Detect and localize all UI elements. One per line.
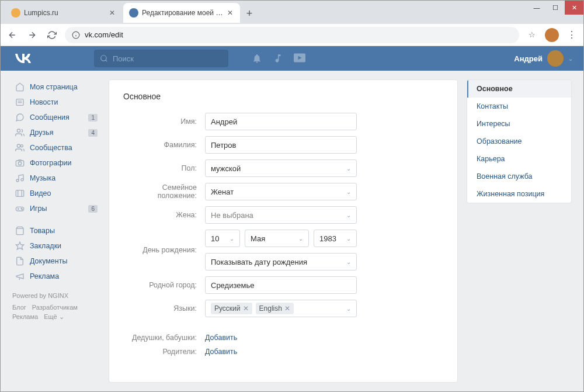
- maximize-button[interactable]: ☐: [546, 1, 565, 15]
- add-grandparents-link[interactable]: Добавить: [205, 334, 237, 342]
- sidebar-item-ads[interactable]: Реклама: [12, 269, 100, 284]
- sidebar-item-photos[interactable]: Фотографии: [12, 155, 100, 171]
- row-languages: Языки: Русский✕ English✕ ⌄: [123, 300, 443, 317]
- sidebar-item-friends[interactable]: Друзья4: [12, 125, 100, 140]
- sidebar-item-news[interactable]: Новости: [12, 95, 100, 110]
- search-input[interactable]: Поиск: [94, 50, 228, 67]
- profile-avatar[interactable]: [545, 28, 559, 42]
- tab-military[interactable]: Военная служба: [467, 168, 571, 185]
- user-menu[interactable]: Андрей ⌄: [514, 50, 583, 67]
- badge: 1: [88, 114, 98, 122]
- add-parents-link[interactable]: Добавить: [205, 348, 237, 356]
- sidebar-item-market[interactable]: Товары: [12, 223, 100, 238]
- row-parents: Родители: Добавить: [123, 348, 443, 356]
- bd-day-select[interactable]: 10⌄: [205, 230, 240, 247]
- favicon-icon: [129, 8, 138, 18]
- sidebar-item-video[interactable]: Видео: [12, 186, 100, 201]
- tab-title: Lumpics.ru: [24, 9, 108, 17]
- search-placeholder: Поиск: [113, 54, 134, 63]
- sidebar-item-groups[interactable]: Сообщества: [12, 140, 100, 155]
- footer-link-ads[interactable]: Реклама: [12, 313, 38, 321]
- browser-tab-vk[interactable]: Редактирование моей страниц ✕: [123, 3, 240, 23]
- new-tab-button[interactable]: +: [241, 3, 258, 24]
- tab-education[interactable]: Образование: [467, 133, 571, 150]
- sidebar-item-label: Документы: [30, 257, 67, 265]
- tab-general[interactable]: Основное: [467, 80, 571, 98]
- close-icon[interactable]: ✕: [108, 9, 116, 17]
- browser-tab-lumpics[interactable]: Lumpics.ru ✕: [5, 3, 122, 23]
- sidebar-item-music[interactable]: Музыка: [12, 171, 100, 186]
- tab-position[interactable]: Жизненная позиция: [467, 185, 571, 203]
- settings-nav: Основное Контакты Интересы Образование К…: [467, 79, 572, 203]
- bookmark-button[interactable]: ☆: [525, 28, 539, 42]
- row-hometown: Родной город:: [123, 276, 443, 294]
- info-icon: [72, 31, 80, 39]
- label-hometown: Родной город:: [123, 281, 205, 289]
- bd-month-select[interactable]: Мая⌄: [245, 230, 309, 247]
- news-icon: [15, 97, 25, 107]
- msg-icon: [15, 112, 25, 123]
- music-icon[interactable]: [273, 53, 283, 64]
- tab-career[interactable]: Карьера: [467, 150, 571, 168]
- svg-point-9: [17, 129, 20, 132]
- browser-menu-button[interactable]: ⋮: [565, 28, 579, 42]
- hometown-field[interactable]: [205, 276, 357, 294]
- video-play-icon[interactable]: [294, 53, 305, 64]
- music-icon: [15, 173, 25, 183]
- row-name: Имя:: [123, 113, 443, 130]
- titlebar: Lumpics.ru ✕ Редактирование моей страниц…: [1, 1, 583, 24]
- remove-tag-icon[interactable]: ✕: [284, 304, 290, 313]
- browser-tabs: Lumpics.ru ✕ Редактирование моей страниц…: [1, 3, 527, 24]
- back-button[interactable]: [5, 28, 19, 42]
- forward-button[interactable]: [25, 28, 39, 42]
- label-spouse: Жена:: [123, 211, 205, 219]
- remove-tag-icon[interactable]: ✕: [243, 304, 249, 313]
- sidebar-item-label: Товары: [30, 227, 55, 235]
- close-window-button[interactable]: ✕: [565, 1, 583, 15]
- notifications-icon[interactable]: [252, 53, 262, 64]
- minimize-button[interactable]: —: [527, 1, 546, 15]
- vk-logo[interactable]: [12, 51, 36, 65]
- market-icon: [15, 226, 25, 236]
- url-field[interactable]: vk.com/edit: [65, 27, 519, 43]
- row-birthday: День рождения: 10⌄ Мая⌄ 1983⌄ Показывать…: [123, 230, 443, 270]
- footer-link-dev[interactable]: Разработчикам: [32, 304, 78, 311]
- tab-title: Редактирование моей страниц: [142, 9, 226, 17]
- row-marital: Семейное положение: Женат⌄: [123, 183, 443, 200]
- addressbar: vk.com/edit ☆ ⋮: [1, 24, 583, 46]
- bd-year-select[interactable]: 1983⌄: [314, 230, 357, 247]
- photo-icon: [15, 158, 25, 168]
- sidebar-item-bookmarks[interactable]: Закладки: [12, 238, 100, 254]
- tab-contacts[interactable]: Контакты: [467, 98, 571, 115]
- close-icon[interactable]: ✕: [226, 9, 234, 17]
- reload-button[interactable]: [45, 28, 59, 42]
- left-sidebar: Моя страница Новости Сообщения1 Друзья4 …: [12, 79, 100, 383]
- footer-link-blog[interactable]: Блог: [12, 304, 26, 311]
- row-surname: Фамилия:: [123, 136, 443, 154]
- bd-visibility-select[interactable]: Показывать дату рождения⌄: [205, 253, 357, 270]
- marital-select[interactable]: Женат⌄: [205, 183, 357, 200]
- sidebar-item-label: Закладки: [30, 242, 61, 250]
- svg-rect-16: [16, 190, 23, 197]
- sidebar-item-games[interactable]: Игры6: [12, 201, 100, 216]
- sidebar-item-docs[interactable]: Документы: [12, 254, 100, 269]
- avatar: [547, 50, 564, 67]
- header-actions: [252, 53, 305, 64]
- footer-link-more[interactable]: Ещё ⌄: [44, 313, 64, 321]
- home-icon: [15, 82, 25, 92]
- sidebar-item-label: Реклама: [30, 272, 59, 280]
- surname-field[interactable]: [205, 136, 357, 154]
- gender-select[interactable]: мужской⌄: [205, 159, 357, 177]
- tab-interests[interactable]: Интересы: [467, 115, 571, 133]
- name-field[interactable]: [205, 113, 357, 130]
- sidebar-item-my-page[interactable]: Моя страница: [12, 79, 100, 95]
- sidebar-item-messages[interactable]: Сообщения1: [12, 110, 100, 125]
- username-label: Андрей: [514, 54, 543, 63]
- spouse-select[interactable]: Не выбрана⌄: [205, 206, 357, 224]
- chevron-down-icon: ⌄: [346, 235, 351, 242]
- page-content: Моя страница Новости Сообщения1 Друзья4 …: [1, 71, 583, 391]
- languages-select[interactable]: Русский✕ English✕ ⌄: [205, 300, 357, 317]
- label-gender: Пол:: [123, 164, 205, 172]
- chevron-down-icon: ⌄: [346, 212, 351, 218]
- sidebar-item-label: Моя страница: [30, 83, 78, 91]
